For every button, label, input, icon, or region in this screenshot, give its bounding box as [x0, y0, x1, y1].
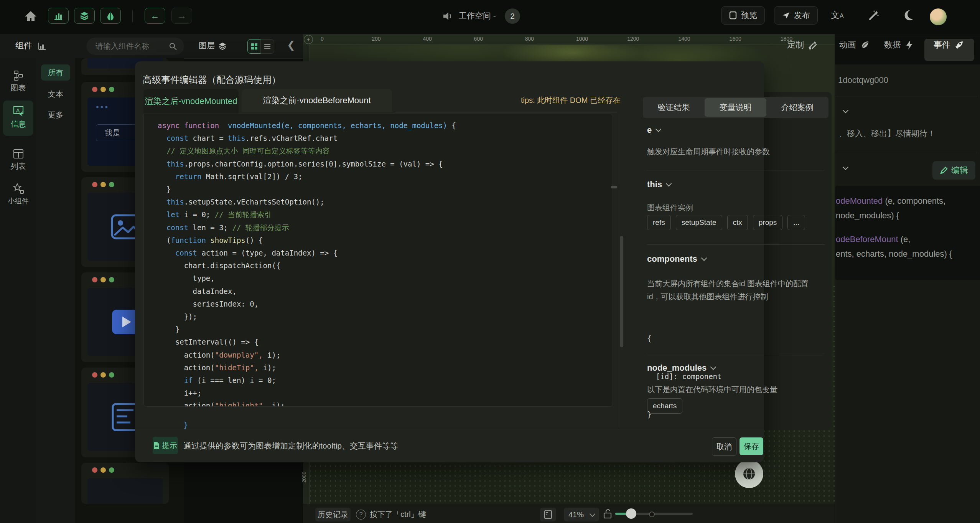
tab-animation-label: 动画 — [839, 39, 856, 51]
chevron-down-icon — [590, 511, 596, 517]
history-button[interactable]: 历史记录 — [315, 508, 351, 521]
node-module-chip[interactable]: echarts — [647, 398, 682, 414]
event-code-preview[interactable]: odeMounted (e, components,node_modules) … — [835, 186, 980, 280]
collapse-panel-icon[interactable]: ❮ — [287, 39, 295, 51]
section2-chevron-down-icon[interactable] — [843, 164, 849, 170]
search-input[interactable]: 请输入组件名称 — [86, 38, 184, 55]
tab-animation[interactable]: 动画 — [839, 39, 870, 51]
help-tab-1[interactable]: 验证结果 — [643, 97, 705, 118]
cancel-button[interactable]: 取消 — [712, 437, 736, 456]
sidebar-item-4[interactable]: 小组件 — [3, 178, 33, 210]
theme-tool-button[interactable] — [100, 8, 121, 24]
layers-panel-icon[interactable] — [218, 41, 227, 51]
send-icon — [782, 11, 790, 20]
component-id: 1doctqwg000 — [838, 75, 888, 85]
leaf-icon — [860, 40, 870, 50]
pane-divider-handle[interactable] — [611, 186, 617, 188]
sidebar-item-3[interactable]: 列表 — [3, 144, 33, 173]
list-view-toggle[interactable] — [260, 39, 274, 54]
unlock-icon[interactable] — [603, 508, 612, 519]
pane-divider — [617, 114, 617, 429]
ruler-tick: 1400 — [678, 36, 690, 42]
tab-customize[interactable]: 定制 — [787, 39, 818, 51]
mac-dot — [100, 467, 106, 473]
help-circle-icon[interactable]: ? — [356, 510, 366, 520]
help-tab-3[interactable]: 介绍案例 — [766, 97, 828, 118]
layers-panel-label[interactable]: 图层 — [199, 40, 215, 51]
sidebar-item-label: 信息 — [3, 119, 33, 129]
tab-vnode-before-mount[interactable]: 渲染之前-vnodeBeforeMount — [242, 89, 392, 112]
monitor-icon — [729, 11, 737, 20]
zoom-select[interactable]: 41% — [564, 508, 599, 521]
ruler-tick: 1000 — [576, 36, 588, 42]
zoom-slider-handle[interactable] — [626, 508, 636, 519]
tab-customize-label: 定制 — [787, 39, 804, 51]
this-property-chip[interactable]: refs — [647, 215, 671, 230]
publish-button[interactable]: 发布 — [774, 6, 818, 25]
edit-button[interactable]: 编辑 — [932, 161, 975, 180]
search-icon — [169, 42, 177, 51]
key-hint: 按下了「ctrl」键 — [370, 509, 426, 520]
component-card[interactable] — [81, 463, 169, 504]
layers-tool-button[interactable] — [74, 8, 95, 24]
sidebar-divider2 — [835, 153, 977, 153]
zoom-slider[interactable] — [615, 513, 693, 515]
toolbar-divider — [132, 10, 133, 22]
grid-view-toggle[interactable] — [247, 39, 261, 54]
ruler-tick: 1200 — [627, 36, 639, 42]
undo-button[interactable]: ← — [145, 8, 165, 24]
magic-wand-icon[interactable] — [867, 9, 880, 22]
preview-button[interactable]: 预览 — [721, 6, 765, 25]
avatar[interactable] — [930, 8, 947, 25]
sidebar-item-1[interactable]: 图表 — [3, 65, 33, 94]
vruler-label: 2000 — [301, 472, 307, 483]
this-property-chip[interactable]: ... — [787, 215, 805, 230]
tab-events[interactable]: 事件 — [934, 39, 964, 51]
help-tab-2[interactable]: 变量说明 — [705, 98, 766, 117]
workspace-count-badge: 2 — [505, 8, 520, 24]
node-modules-chips-row: echarts — [647, 398, 687, 414]
var-e-desc: 触发对应生命周期事件时接收的参数 — [647, 147, 770, 157]
category-3[interactable]: 更多 — [41, 107, 70, 123]
save-button[interactable]: 保存 — [740, 437, 763, 455]
tab-data[interactable]: 数据 — [884, 39, 914, 51]
rocket-icon — [954, 40, 964, 50]
this-property-chip[interactable]: props — [753, 215, 783, 230]
ruler-origin-icon[interactable]: + — [304, 35, 313, 44]
tab-vnode-mounted[interactable]: 渲染之后-vnodeMounted — [143, 89, 239, 114]
var-components-header[interactable]: components — [647, 254, 706, 264]
redo-button[interactable]: → — [171, 8, 192, 24]
ruler-tick: 1600 — [730, 36, 741, 42]
mac-dot — [92, 372, 97, 378]
search-placeholder: 请输入组件名称 — [96, 41, 149, 51]
thumbnail-toggle-button[interactable] — [540, 508, 556, 521]
translate-icon[interactable]: 文A — [831, 9, 844, 21]
mac-dot — [109, 87, 114, 92]
var-e-header[interactable]: e — [647, 125, 660, 135]
event-code-line: ents, echarts, node_modules) { — [836, 248, 952, 260]
code-editor[interactable]: async function vnodeMounted(e, component… — [143, 114, 613, 407]
category-1[interactable]: 所有 — [41, 64, 70, 81]
code-line: // 定义地图原点大小 同理可自定义标签等等内容 — [158, 145, 330, 157]
widget-star-icon — [12, 183, 25, 195]
top-bar: ← → 工作空间 - 2 预览 发布 文A — [0, 0, 980, 34]
category-2[interactable]: 文本 — [41, 86, 70, 102]
modal-title: 高级事件编辑器（配合源码使用） — [143, 69, 624, 91]
chart-tool-button[interactable] — [48, 8, 69, 24]
help-tab-group: 验证结果变量说明介绍案例 — [643, 97, 828, 118]
layout-icon — [544, 510, 552, 519]
components-chart-icon — [38, 41, 47, 51]
sidebar-tab-strip: 定制 动画 数据 事件 — [782, 34, 980, 64]
var-this-header[interactable]: this — [647, 180, 671, 190]
sidebar-item-2[interactable]: A信息 — [3, 101, 33, 136]
this-property-chip[interactable]: ctx — [727, 215, 748, 230]
code-scrollbar[interactable] — [620, 236, 623, 347]
this-property-chip[interactable]: setupState — [676, 215, 722, 230]
section-chevron-down-icon[interactable] — [843, 107, 849, 114]
home-icon[interactable] — [24, 9, 38, 23]
var-node-modules-header[interactable]: node_modules — [647, 363, 715, 373]
event-code-line: node_modules) { — [836, 210, 899, 222]
dark-mode-moon-icon[interactable] — [902, 9, 914, 21]
mac-dot — [100, 277, 106, 282]
mac-dot — [92, 87, 97, 92]
